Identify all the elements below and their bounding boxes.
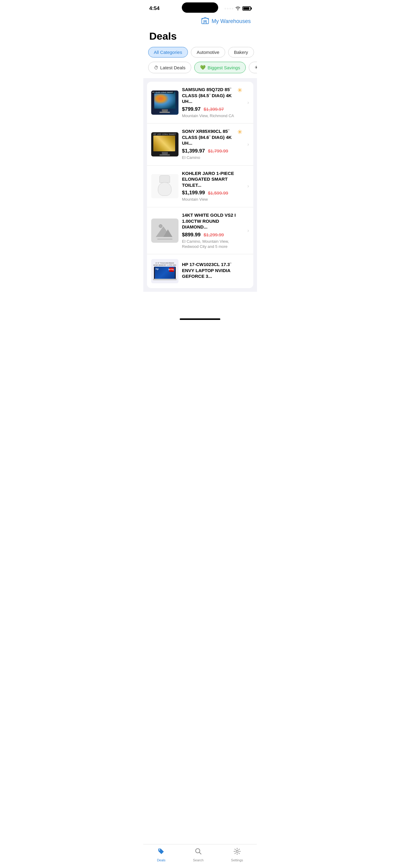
original-price: $1,299.99 bbox=[204, 232, 224, 237]
product-name: SAMSUNG 85Q72D 85¨ CLASS (84.5¨ DIAG) 4K… bbox=[182, 87, 242, 104]
product-name: 14KT WHITE GOLD VS2 I 1.00CTW ROUND DIAM… bbox=[182, 212, 242, 230]
svg-rect-0 bbox=[202, 19, 209, 24]
signal-icon bbox=[225, 8, 233, 9]
sort-latest-deals[interactable]: ⏱ Latest Deals bbox=[148, 62, 191, 73]
notch-pill bbox=[182, 2, 218, 13]
sort-biggest-savings[interactable]: 💚 Biggest Savings bbox=[194, 62, 246, 73]
original-price: $1,799.99 bbox=[208, 148, 228, 153]
product-info-hp-laptop: HP 17-CW1023CL 17.3¨ ENVY LAPTOP NVIDIA … bbox=[182, 261, 249, 281]
status-icons bbox=[225, 6, 251, 11]
svg-rect-2 bbox=[205, 20, 207, 22]
original-price: $1,399.97 bbox=[204, 106, 224, 112]
discount-star-icon: ✳ bbox=[237, 87, 242, 94]
category-all-categories[interactable]: All Categories bbox=[148, 47, 188, 58]
category-filter: All Categories Automotive Bakery Candy bbox=[143, 47, 257, 62]
product-info-diamond-ring: 14KT WHITE GOLD VS2 I 1.00CTW ROUND DIAM… bbox=[182, 212, 249, 249]
page-title: Deals bbox=[143, 29, 257, 47]
dollar-circle-icon: 💚 bbox=[200, 65, 206, 70]
product-location: Mountain View, Richmond CA bbox=[182, 114, 242, 119]
product-item-samsung-tv[interactable]: 85" QLED 120HZ SMART SAMSUNG 85Q72D 85¨ … bbox=[147, 82, 253, 123]
chevron-right-icon: › bbox=[247, 142, 249, 147]
product-image-sony-tv: 85" LED 120Hz SMART bbox=[151, 132, 178, 156]
svg-rect-1 bbox=[204, 20, 205, 22]
chevron-right-icon: › bbox=[247, 100, 249, 105]
product-name: HP 17-CW1023CL 17.3¨ ENVY LAPTOP NVIDIA … bbox=[182, 261, 242, 279]
discount-star-icon: ✳ bbox=[237, 128, 242, 135]
products-card: 85" QLED 120HZ SMART SAMSUNG 85Q72D 85¨ … bbox=[147, 82, 253, 288]
product-name: KOHLER JARO 1-PIECE ELONGATED SMART TOIL… bbox=[182, 170, 242, 188]
status-bar: 4:54 bbox=[143, 0, 257, 15]
home-indicator bbox=[180, 318, 220, 320]
battery-icon bbox=[242, 6, 251, 10]
product-item-diamond-ring[interactable]: 14KT WHITE GOLD VS2 I 1.00CTW ROUND DIAM… bbox=[147, 207, 253, 254]
status-time: 4:54 bbox=[149, 5, 160, 11]
product-location: Mountain View bbox=[182, 197, 242, 202]
original-price: $1,599.99 bbox=[208, 190, 228, 195]
sort-filter: ⏱ Latest Deals 💚 Biggest Savings ✳ Disco… bbox=[143, 62, 257, 78]
warehouse-icon bbox=[201, 17, 209, 26]
product-info-kohler-toilet: KOHLER JARO 1-PIECE ELONGATED SMART TOIL… bbox=[182, 170, 249, 202]
product-image-samsung-tv: 85" QLED 120HZ SMART bbox=[151, 91, 178, 115]
wifi-icon bbox=[235, 6, 240, 11]
category-bakery[interactable]: Bakery bbox=[228, 47, 254, 58]
product-image-hp-laptop: 17.3" TOUCHSCREEN32GB MEMORY 1.0TB SSD h… bbox=[151, 259, 178, 283]
product-item-kohler-toilet[interactable]: KOHLER JARO 1-PIECE ELONGATED SMART TOIL… bbox=[147, 165, 253, 207]
current-price: $1,399.97 bbox=[182, 148, 205, 154]
product-prices: $1,399.97 $1,799.99 bbox=[182, 148, 242, 154]
product-prices: $799.97 $1,399.97 bbox=[182, 106, 242, 112]
clock-icon: ⏱ bbox=[154, 65, 159, 70]
chevron-right-icon: › bbox=[247, 183, 249, 189]
product-name: SONY XR85X90CL 85¨ CLASS (84.6¨ DIAG) 4K… bbox=[182, 128, 242, 146]
sort-discounted[interactable]: ✳ Discounted bbox=[249, 62, 257, 73]
current-price: $899.99 bbox=[182, 232, 201, 238]
current-price: $1,199.99 bbox=[182, 190, 205, 196]
current-price: $799.97 bbox=[182, 106, 201, 112]
products-section: 85" QLED 120HZ SMART SAMSUNG 85Q72D 85¨ … bbox=[143, 78, 257, 292]
category-automotive[interactable]: Automotive bbox=[191, 47, 225, 58]
my-warehouses-header[interactable]: My Warehouses bbox=[143, 15, 257, 29]
product-item-sony-tv[interactable]: 85" LED 120Hz SMART SONY XR85X90CL 85¨ C… bbox=[147, 123, 253, 165]
product-image-diamond-ring bbox=[151, 218, 178, 243]
warehouse-label: My Warehouses bbox=[211, 18, 251, 25]
product-prices: $899.99 $1,299.99 bbox=[182, 232, 242, 238]
product-prices: $1,199.99 $1,599.99 bbox=[182, 190, 242, 196]
product-location: El Camino bbox=[182, 155, 242, 160]
product-image-kohler-toilet bbox=[151, 174, 178, 198]
chevron-right-icon: › bbox=[247, 228, 249, 234]
product-item-hp-laptop[interactable]: 17.3" TOUCHSCREEN32GB MEMORY 1.0TB SSD h… bbox=[147, 254, 253, 288]
product-location: El Camino, Mountain View, Redwood City a… bbox=[182, 239, 242, 249]
asterisk-icon: ✳ bbox=[255, 65, 257, 70]
